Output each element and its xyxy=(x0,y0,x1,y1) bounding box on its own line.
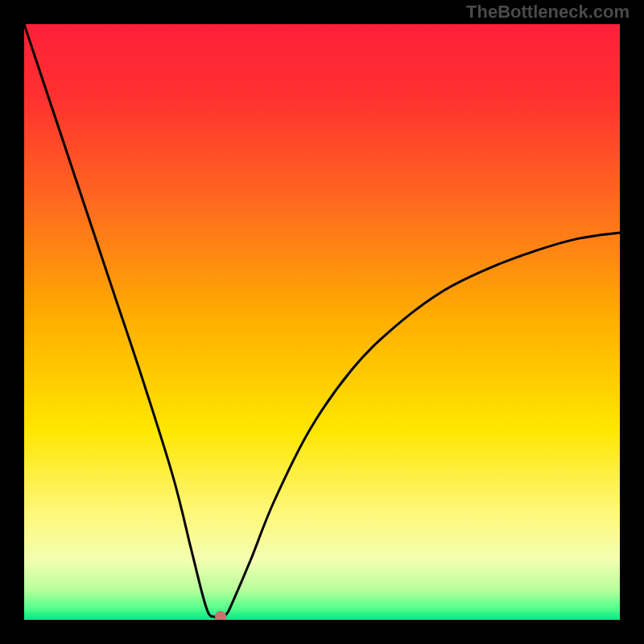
plot-area xyxy=(24,24,620,620)
watermark-text: TheBottleneck.com xyxy=(466,2,630,23)
bottleneck-curve xyxy=(24,24,620,620)
chart-frame: TheBottleneck.com xyxy=(0,0,644,644)
optimal-marker-icon xyxy=(215,611,226,620)
